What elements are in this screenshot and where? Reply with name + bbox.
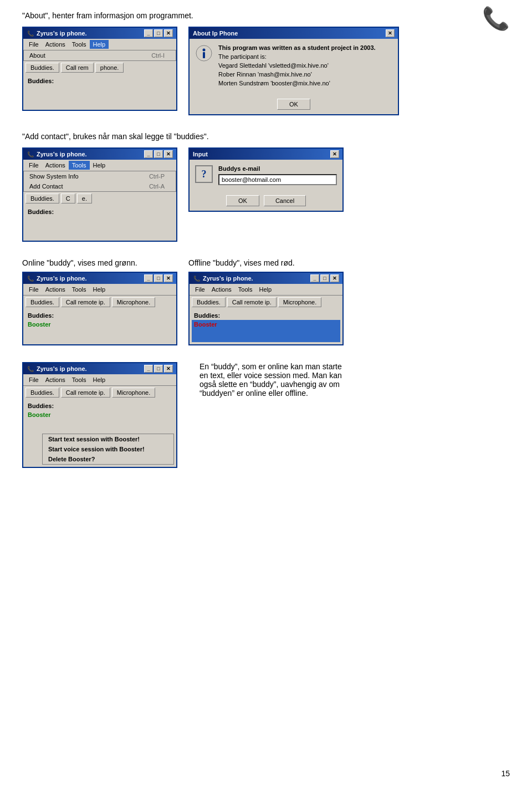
dropdown-about[interactable]: About Ctrl-I [24,50,176,60]
offline-menubar: File Actions Tools Help [190,284,342,296]
buddy-status-row: Online "buddy", vises med grønn. 📞 Zyrus… [22,258,510,345]
close-ctx[interactable]: ✕ [164,365,173,373]
buddy-online-name: Booster [28,321,51,328]
menu-actions[interactable]: Actions [42,40,69,49]
offline-file[interactable]: File [192,285,208,294]
menu-actions-ac[interactable]: Actions [42,161,69,170]
about-content: This program was written as a student pr… [190,39,398,94]
input-dialog-buttons: OK Cancel [190,191,342,211]
menu-tools[interactable]: Tools [69,40,90,49]
max-ctx[interactable]: □ [154,365,163,373]
ctx-delete[interactable]: Delete Booster? [43,454,173,464]
ctx-help[interactable]: Help [90,375,109,384]
about-section: "About", henter fram informasjon om prog… [22,11,510,115]
main-content-about: Buddies: [23,74,176,110]
ctx-start-text[interactable]: Start text session with Booster! [43,434,173,444]
context-description-col: En “buddy”, som er online kan man starte… [188,362,344,404]
context-titlebar: 📞 Zyrus's ip phone. _ □ ✕ [23,363,176,374]
maximize-button-ac[interactable]: □ [154,150,163,158]
menu-file[interactable]: File [25,40,42,49]
offline-tools[interactable]: Tools [235,285,256,294]
min-ctx[interactable]: _ [144,365,153,373]
input-dialog-titlebar: Input ✕ [190,149,342,160]
ctx-file[interactable]: File [25,375,42,384]
phone-icon: 📞 [482,6,510,32]
about-participant-label: The participant is: [218,53,376,60]
ctx-mic-btn[interactable]: Microphone. [112,388,156,398]
buddies-list-ac [25,216,174,238]
mic-button-ac[interactable]: e. [77,194,92,203]
menubar-about: File Actions Tools Help [23,39,176,50]
menubar-ac: File Actions Tools Help [23,160,176,171]
offline-toolbar: Buddies. Call remote ip. Microphone. [190,296,342,309]
context-title-left: 📞 Zyrus's ip phone. [27,365,87,373]
call-remote-button[interactable]: Call rem [61,63,94,73]
menu-file-ac[interactable]: File [25,161,42,170]
offline-actions[interactable]: Actions [208,285,235,294]
about-ok-button[interactable]: OK [277,99,310,110]
close-offline[interactable]: ✕ [330,274,339,282]
dropdown-about-label: About [29,52,45,59]
offline-buddies-btn[interactable]: Buddies. [192,297,226,307]
input-cancel-button[interactable]: Cancel [264,195,306,206]
input-ok-button[interactable]: OK [226,195,259,206]
menu-help[interactable]: Help [90,40,109,49]
ctx-buddies-label: Buddies: [25,401,174,410]
offline-mic-btn[interactable]: Microphone. [278,297,322,307]
phone-button[interactable]: phone. [95,63,124,73]
ctx-start-voice[interactable]: Start voice session with Booster! [43,444,173,454]
input-field-group: Buddys e-mail [218,165,337,185]
dropdown-add-contact[interactable]: Add Contact Ctrl-A [24,181,176,191]
add-contact-description: "Add contact", brukes når man skal legge… [22,132,510,141]
online-help[interactable]: Help [90,285,109,294]
svg-rect-2 [203,52,205,58]
about-close-button[interactable]: ✕ [386,29,395,37]
minimize-button-ac[interactable]: _ [144,150,153,158]
menu-tools-ac[interactable]: Tools [69,161,90,170]
page-number: 15 [501,769,510,778]
online-file[interactable]: File [25,285,42,294]
buddy-offline-name: Booster [194,321,217,328]
online-controls: _ □ ✕ [144,274,173,282]
main-window-about: 📞 Zyrus's ip phone. _ □ ✕ File Actions T… [22,27,177,111]
online-call-btn[interactable]: Call remote ip. [61,297,110,307]
maximize-button[interactable]: □ [154,29,163,37]
add-contact-section: "Add contact", brukes når man skal legge… [22,132,510,242]
email-input[interactable] [218,174,337,185]
max-online[interactable]: □ [154,274,163,282]
close-online[interactable]: ✕ [164,274,173,282]
menu-help-ac[interactable]: Help [90,161,109,170]
min-online[interactable]: _ [144,274,153,282]
buddies-button-ac[interactable]: Buddies. [25,194,59,203]
min-offline[interactable]: _ [310,274,319,282]
close-button-ac[interactable]: ✕ [164,150,173,158]
input-close-button[interactable]: ✕ [330,150,339,158]
ctx-actions[interactable]: Actions [42,375,69,384]
close-button[interactable]: ✕ [164,29,173,37]
offline-help[interactable]: Help [256,285,275,294]
buddies-button[interactable]: Buddies. [25,63,59,73]
ctx-buddies-btn[interactable]: Buddies. [25,388,59,398]
app-icon-online: 📞 [27,274,34,282]
max-offline[interactable]: □ [320,274,329,282]
ctx-call-btn[interactable]: Call remote ip. [61,388,110,398]
offline-title-left: 📞 Zyrus's ip phone. [193,274,253,282]
about-text-block: This program was written as a student pr… [218,44,376,89]
online-tools[interactable]: Tools [69,285,90,294]
about-dialog-title-left: About Ip Phone [193,30,238,37]
online-mic-btn[interactable]: Microphone. [112,297,156,307]
online-actions[interactable]: Actions [42,285,69,294]
offline-col: Offline "buddy", vises med rød. 📞 Zyrus'… [188,258,344,345]
dropdown-show-system[interactable]: Show System Info Ctrl-P [24,171,176,181]
call-button-ac[interactable]: C [61,194,75,203]
minimize-button[interactable]: _ [144,29,153,37]
titlebar-addcontact: 📞 Zyrus's ip phone. _ □ ✕ [23,149,176,160]
offline-call-btn[interactable]: Call remote ip. [227,297,277,307]
offline-content: Buddies: Booster [190,309,342,344]
online-buddies-btn[interactable]: Buddies. [25,297,59,307]
ctx-buddy-name: Booster [28,411,51,418]
ctx-tools[interactable]: Tools [69,375,90,384]
context-row: 📞 Zyrus's ip phone. _ □ ✕ File Actions T… [22,362,510,468]
buddies-list [25,85,174,108]
context-popup-menu: Start text session with Booster! Start v… [42,434,174,465]
